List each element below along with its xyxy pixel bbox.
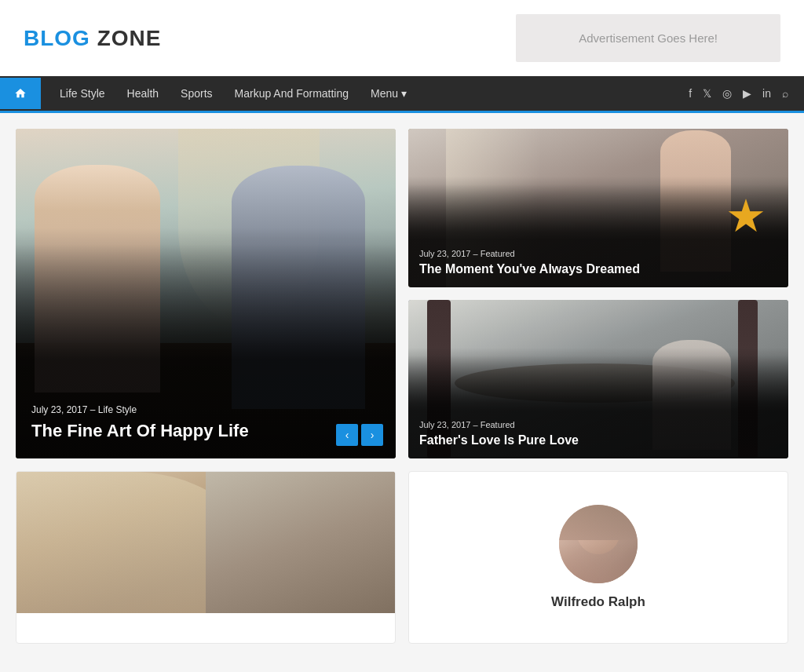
main-content: July 23, 2017 – Life Style The Fine Art … [0,113,804,659]
nav-link-lifestyle[interactable]: Life Style [49,76,116,111]
nav-label-sports: Sports [181,87,212,100]
nav-link-markup[interactable]: Markup And Formatting [224,76,360,111]
bottom-article-image [16,472,395,613]
nav-link-sports[interactable]: Sports [170,76,223,111]
author-avatar [559,505,638,583]
nav-label-health: Health [127,87,159,100]
home-icon [14,87,27,100]
side-card-1-caption: July 23, 2017 – Featured The Moment You'… [408,239,788,287]
advertisement-banner: Advertisement Goes Here! [516,14,780,62]
slider-next-button[interactable]: › [361,424,383,446]
author-card: Wilfredo Ralph [408,471,788,644]
bottom-grid: Wilfredo Ralph [16,471,788,644]
main-navbar: Life Style Health Sports Markup And Form… [0,76,804,113]
nav-label-lifestyle: Life Style [60,87,105,100]
nav-link-health[interactable]: Health [116,76,170,111]
instagram-icon[interactable]: ◎ [722,87,732,100]
bottom-article-card[interactable] [16,471,396,644]
author-name: Wilfredo Ralph [551,594,645,610]
facebook-icon[interactable]: f [689,87,692,100]
side-card-1-tag: July 23, 2017 – Featured [419,249,777,258]
side-card-2[interactable]: July 23, 2017 – Featured Father's Love I… [408,300,788,458]
dropdown-chevron-icon: ▾ [401,87,407,100]
hero-title: The Fine Art Of Happy Life [31,420,380,443]
nav-social-icons: f 𝕏 ◎ ▶ in ⌕ [689,87,804,100]
logo-zone: ZONE [90,26,162,50]
hero-slider: July 23, 2017 – Life Style The Fine Art … [16,129,396,458]
search-icon[interactable]: ⌕ [782,87,788,100]
ad-text: Advertisement Goes Here! [579,31,718,45]
linkedin-icon[interactable]: in [762,87,771,100]
side-card-2-caption: July 23, 2017 – Featured Father's Love I… [408,411,788,458]
slider-controls: ‹ › [336,424,383,446]
twitter-icon[interactable]: 𝕏 [703,87,711,100]
slider-prev-button[interactable]: ‹ [336,424,358,446]
hero-tag: July 23, 2017 – Life Style [31,404,380,415]
side-card-2-title: Father's Love Is Pure Love [419,433,777,449]
side-card-1-title: The Moment You've Always Dreamed [419,261,777,278]
star-decoration: ★ [725,193,773,240]
youtube-icon[interactable]: ▶ [743,87,751,100]
site-logo[interactable]: BLOG ZONE [24,26,161,51]
logo-blog: BLOG [24,26,90,50]
side-featured-cards: ★ July 23, 2017 – Featured The Moment Yo… [408,129,788,458]
side-card-1[interactable]: ★ July 23, 2017 – Featured The Moment Yo… [408,129,788,287]
nav-label-markup: Markup And Formatting [235,87,349,100]
featured-grid: July 23, 2017 – Life Style The Fine Art … [16,129,788,458]
nav-links-container: Life Style Health Sports Markup And Form… [41,76,689,111]
nav-link-menu[interactable]: Menu ▾ [360,76,418,111]
site-header: BLOG ZONE Advertisement Goes Here! [0,0,804,76]
nav-label-menu: Menu [371,87,398,100]
side-card-2-tag: July 23, 2017 – Featured [419,420,777,429]
home-nav-button[interactable] [0,78,41,109]
